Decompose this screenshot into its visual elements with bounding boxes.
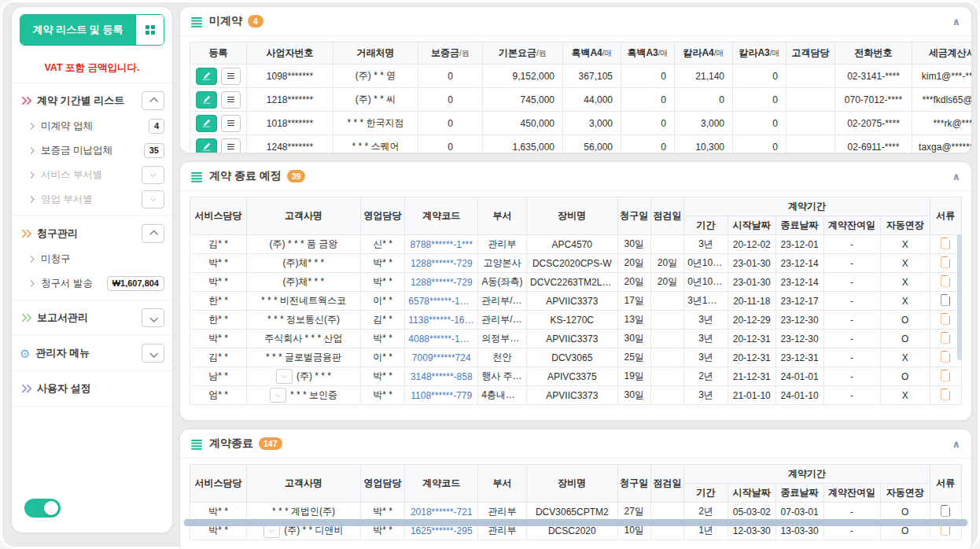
item-select-button[interactable] [142,166,164,184]
department-cell: 4층내부망 [478,386,527,405]
contract-code-link[interactable]: 3148******-858 [411,371,473,382]
remaining-days-cell: - [823,311,880,330]
sidebar-menu: 계약 기간별 리스트미계약 업체4보증금 미납업체35서비스 부서별영업 부서별… [12,83,172,407]
bw-a4-cell: 3,000 [563,112,621,135]
row-dropdown-button[interactable] [276,369,293,384]
column-header: 고객담당 [787,42,835,64]
section-title: 계약 종료 예정 [209,169,282,183]
collapse-icon[interactable]: ∧ [952,16,960,28]
sidebar-item-by-sales-dept[interactable]: 영업 부서별 [20,187,164,212]
edit-button[interactable] [196,138,217,154]
table-row: 박* *주식회사 * * * 산업박* *4088******-1549의정부현… [190,330,962,348]
double-chevron-icon [20,98,31,104]
group-toggle-button-period-list[interactable] [142,91,164,110]
start-date-cell: 21-12-31 [728,367,776,386]
contract-code-link[interactable]: 1625******-295 [411,525,473,536]
document-icon[interactable] [941,332,950,344]
section-title: 계약종료 [209,437,253,451]
row-menu-button[interactable] [221,68,241,85]
edit-button[interactable] [196,115,217,132]
group-toggle-button-reports[interactable] [142,308,164,327]
sidebar-group-header-billing[interactable]: 청구관리 [20,220,164,247]
document-icon[interactable] [941,370,950,381]
service-manager-cell: 한* * [190,292,247,311]
inspection-day-cell [650,330,683,348]
document-cell [930,503,961,521]
sidebar-item-deposit-unpaid-vendors[interactable]: 보증금 미납업체35 [20,138,164,163]
contract-code-link[interactable]: 1288******-729 [411,277,473,288]
contract-code-link[interactable]: 2018******-721 [411,507,473,518]
column-header: 시작날짜 [728,484,776,503]
sidebar-item-uncontracted-vendors[interactable]: 미계약 업체4 [20,114,164,138]
contract-list-register-button[interactable]: 계약 리스트 및 등록 [20,15,135,45]
sidebar-group-header-period-list[interactable]: 계약 기간별 리스트 [20,87,164,114]
sidebar-group-header-user-settings[interactable]: 사용자 설정 [20,375,164,402]
contract-ended-table: 서비스담당고객사명영업담당계약코드부서장비명청구일점검일계약기간서류기간시작날짜… [190,464,962,540]
sidebar-group-header-admin-menu[interactable]: ⚙관리자 메뉴 [20,340,164,367]
collapse-icon[interactable]: ∧ [952,171,960,182]
color-a4-cell: 0 [675,88,733,112]
item-select-button[interactable] [142,190,164,208]
table-row: 박* *(주)체* * *박* *1288******-729고양본사DCSC2… [190,254,962,273]
sales-manager-cell: 이* * [360,348,405,367]
row-menu-button[interactable] [221,115,241,132]
table-row: 김* *(주) * * * 품 금왕신* *8788******-1***관리부… [190,235,962,254]
document-icon[interactable] [941,275,950,287]
column-header: 영업담당 [360,465,405,503]
column-header-suffix: /매 [714,49,724,57]
term-cell: 3년 [684,348,728,367]
row-dropdown-button[interactable] [270,388,286,403]
row-menu-button[interactable] [221,91,241,109]
tax-email-cell: ***fkdls65@***co.kr [912,88,973,112]
contract-code-link[interactable]: 7009******724 [412,352,471,363]
sidebar-toggle-switch[interactable] [24,499,61,518]
horizontal-scrollbar[interactable] [184,519,967,526]
document-icon[interactable] [941,389,950,400]
customer-name-cell: (주)체* * * [247,273,360,292]
column-header: 기간 [684,216,728,235]
document-icon[interactable] [941,351,950,363]
table-row: 박* ** * * 계법인(주)박* *2018******-721관리부DCV… [190,503,962,521]
tax-email-cell: ***rk@***.com [912,112,973,135]
edit-button[interactable] [196,91,217,109]
edit-button[interactable] [196,68,217,85]
contract-code-link[interactable]: 6578******-1599 [408,296,475,307]
column-header: 부서 [478,465,527,503]
sidebar-item-by-service-dept[interactable]: 서비스 부서별 [20,163,164,187]
contract-code-link[interactable]: 8788******-1*** [411,239,473,250]
document-icon[interactable] [941,294,950,306]
billing-day-cell: 25일 [617,348,650,367]
document-icon[interactable] [941,238,950,249]
document-icon[interactable] [941,313,950,325]
column-header: 서비스담당 [190,465,247,503]
document-icon[interactable] [941,505,950,517]
contract-code-link[interactable]: 1108******-779 [411,390,472,401]
column-header: 계약코드 [405,197,478,235]
pencil-icon [202,142,211,151]
table-row: 한* ** * * 정보통신(주)김* *1138******-1631관리부/… [190,311,962,330]
contract-code-link[interactable]: 1138******-1631 [408,315,475,326]
contract-code-cell: 1138******-1631 [405,311,478,330]
section-header: 계약 종료 예정 39 ∧ [180,162,971,191]
sidebar-group-header-reports[interactable]: 보고서관리 [20,304,164,331]
contract-code-link[interactable]: 1288******-729 [411,258,473,269]
group-toggle-button-admin-menu[interactable] [142,344,164,363]
sidebar-item-invoice-send[interactable]: 청구서 발송₩1,607,804 [20,271,164,296]
grid-menu-button[interactable] [135,15,164,45]
inspection-day-cell: 20일 [650,273,683,292]
sidebar-item-unbilled[interactable]: 미청구 [20,247,164,271]
document-icon[interactable] [941,256,950,268]
auto-renewal-cell: O [880,503,930,521]
sidebar-group-billing: 청구관리미청구청구서 발송₩1,607,804 [12,216,172,300]
chevron-icon [282,373,287,378]
collapse-icon[interactable]: ∧ [952,438,960,450]
column-header: 계약코드 [405,465,478,503]
contract-code-link[interactable]: 4088******-1549 [408,333,475,345]
group-toggle-button-billing[interactable] [142,224,164,243]
row-menu-button[interactable] [221,138,241,154]
column-header: 서류 [930,465,961,503]
vertical-scrollbar[interactable] [957,234,962,360]
column-header: 흑백A3/매 [621,42,675,64]
end-date-cell: 24-01-10 [776,386,823,405]
column-header: 계약기간 [684,197,930,216]
